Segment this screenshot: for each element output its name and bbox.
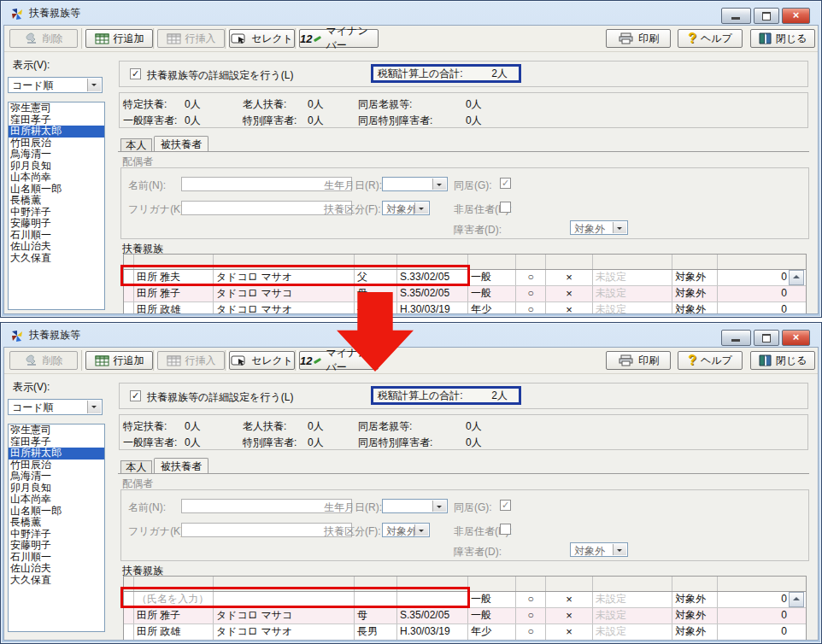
list-item[interactable]: 田所耕太郎: [9, 448, 104, 460]
list-item[interactable]: 鳥海清一: [9, 471, 104, 483]
list-item[interactable]: 竹田辰治: [9, 138, 104, 149]
chevron-down-icon[interactable]: [613, 222, 626, 233]
cell-income[interactable]: 0: [718, 302, 790, 314]
cell-income[interactable]: 0: [718, 624, 790, 640]
cell-disability[interactable]: 対象外: [672, 302, 718, 314]
cell-name[interactable]: 田所 政雄: [134, 302, 214, 314]
spouse-nonresident-checkbox[interactable]: [500, 524, 511, 535]
cell-print-kubun[interactable]: 未設定: [593, 302, 672, 314]
cell-disability[interactable]: 対象外: [672, 624, 718, 640]
cell-kubun[interactable]: 一般: [468, 286, 516, 302]
spouse-cohabit-checkbox[interactable]: [500, 500, 511, 511]
list-item[interactable]: 田所耕太郎: [9, 126, 104, 138]
cell-birth[interactable]: S.35/02/05: [397, 608, 468, 624]
row-selector[interactable]: [124, 608, 134, 624]
employee-list[interactable]: 弥生憲司窪田孝子田所耕太郎竹田辰治鳥海清一卯月良知山本尚幸山名順一郎長橋薫中野洋…: [8, 424, 105, 632]
cell-relation[interactable]: 母: [355, 608, 397, 624]
cell-nonresident[interactable]: ×: [546, 286, 593, 302]
cell-birth[interactable]: H.30/03/19: [397, 302, 468, 314]
sort-order-combo[interactable]: コード順: [8, 399, 103, 415]
cell-cohabit[interactable]: ○: [516, 592, 546, 607]
titlebar[interactable]: 扶養親族等 ×: [3, 325, 819, 346]
list-item[interactable]: 山名順一郎: [9, 506, 104, 518]
list-item[interactable]: 中野洋子: [9, 207, 104, 219]
help-button[interactable]: ? ヘルプ: [678, 351, 743, 370]
cell-print-kubun[interactable]: 未設定: [593, 286, 672, 302]
tab-dependents[interactable]: 被扶養者: [154, 136, 208, 152]
cell-kubun[interactable]: 年少: [468, 624, 516, 640]
cell-relation[interactable]: 長男: [355, 624, 397, 640]
scroll-up-icon[interactable]: [789, 270, 804, 285]
spouse-kubun-combo[interactable]: 対象外: [382, 201, 430, 215]
close-window-button[interactable]: 閉じる: [750, 351, 815, 370]
list-item[interactable]: 石川順一: [9, 230, 104, 242]
list-item[interactable]: 窪田孝子: [9, 114, 104, 126]
list-item[interactable]: 窪田孝子: [9, 436, 104, 448]
select-button[interactable]: セレクト: [229, 29, 295, 48]
cell-name[interactable]: 田所 雅子: [134, 286, 214, 302]
close-window-button[interactable]: 閉じる: [750, 29, 815, 48]
cell-kana[interactable]: タドコロ マサオ: [214, 624, 355, 640]
scroll-up-icon[interactable]: [789, 592, 804, 607]
delete-button[interactable]: 削除: [9, 29, 78, 48]
list-item[interactable]: 大久保直: [9, 253, 104, 265]
cell-kubun[interactable]: 一般: [468, 592, 516, 607]
minimize-button[interactable]: [721, 8, 751, 24]
list-item[interactable]: 安藤明子: [9, 218, 104, 230]
list-item[interactable]: 山本尚幸: [9, 172, 104, 184]
close-button[interactable]: ×: [782, 330, 810, 346]
cell-name[interactable]: 田所 政雄: [134, 624, 214, 640]
detail-setting-checkbox[interactable]: [130, 68, 141, 79]
help-button[interactable]: ? ヘルプ: [678, 29, 743, 48]
tab-self[interactable]: 本人: [120, 460, 152, 473]
list-item[interactable]: 竹田辰治: [9, 460, 104, 471]
list-item[interactable]: 山名順一郎: [9, 184, 104, 196]
cell-name[interactable]: 田所 雅子: [134, 608, 214, 624]
chevron-down-icon[interactable]: [432, 501, 446, 512]
spouse-birth-combo[interactable]: [382, 177, 448, 191]
cell-disability[interactable]: 対象外: [672, 592, 718, 607]
cell-birth[interactable]: S.35/02/05: [397, 286, 468, 302]
cell-kana[interactable]: タドコロ マサコ: [214, 608, 355, 624]
cell-print-kubun[interactable]: 未設定: [593, 608, 672, 624]
spouse-disability-combo[interactable]: 対象外: [570, 220, 628, 235]
print-button[interactable]: 印刷: [606, 29, 671, 48]
row-selector[interactable]: [124, 624, 134, 640]
maximize-button[interactable]: [754, 8, 779, 24]
row-selector[interactable]: [124, 286, 134, 302]
spouse-disability-combo[interactable]: 対象外: [570, 542, 628, 557]
cell-income[interactable]: 0: [718, 270, 790, 285]
cell-income[interactable]: 0: [718, 592, 790, 607]
cell-income[interactable]: 0: [718, 286, 790, 302]
cell-kubun[interactable]: 一般: [468, 270, 516, 285]
chevron-down-icon[interactable]: [414, 202, 428, 214]
list-item[interactable]: 卯月良知: [9, 483, 104, 495]
cell-cohabit[interactable]: ○: [516, 286, 546, 302]
list-item[interactable]: 長橋薫: [9, 517, 104, 529]
detail-setting-checkbox[interactable]: [130, 390, 141, 401]
insert-row-button[interactable]: 行挿入: [157, 29, 225, 48]
add-row-button[interactable]: 行追加: [85, 351, 153, 370]
table-row[interactable]: 田所 雅子タドコロ マサコ母S.35/02/05一般○×未設定対象外0: [124, 286, 806, 302]
cell-disability[interactable]: 対象外: [672, 608, 718, 624]
row-selector[interactable]: [124, 302, 134, 314]
list-item[interactable]: 山本尚幸: [9, 494, 104, 506]
cell-print-kubun[interactable]: 未設定: [593, 624, 672, 640]
chevron-down-icon[interactable]: [613, 544, 626, 555]
list-item[interactable]: 佐山治夫: [9, 563, 104, 575]
cell-print-kubun[interactable]: 未設定: [593, 592, 672, 607]
cell-cohabit[interactable]: ○: [516, 302, 546, 314]
add-row-button[interactable]: 行追加: [85, 29, 153, 48]
sort-order-combo[interactable]: コード順: [8, 77, 103, 93]
chevron-down-icon[interactable]: [432, 179, 446, 190]
cell-nonresident[interactable]: ×: [546, 302, 593, 314]
cell-nonresident[interactable]: ×: [546, 624, 593, 640]
chevron-down-icon[interactable]: [414, 524, 428, 536]
list-item[interactable]: 弥生憲司: [9, 424, 104, 436]
table-row[interactable]: 田所 政雄タドコロ マサオ長男H.30/03/19年少○×未設定対象外0: [124, 302, 806, 314]
table-row[interactable]: 田所 雅子タドコロ マサコ母S.35/02/05一般○×未設定対象外0: [124, 608, 806, 624]
spouse-cohabit-checkbox[interactable]: [500, 178, 511, 189]
maximize-button[interactable]: [754, 330, 779, 346]
close-button[interactable]: ×: [782, 8, 810, 24]
spouse-kubun-combo[interactable]: 対象外: [382, 523, 430, 537]
